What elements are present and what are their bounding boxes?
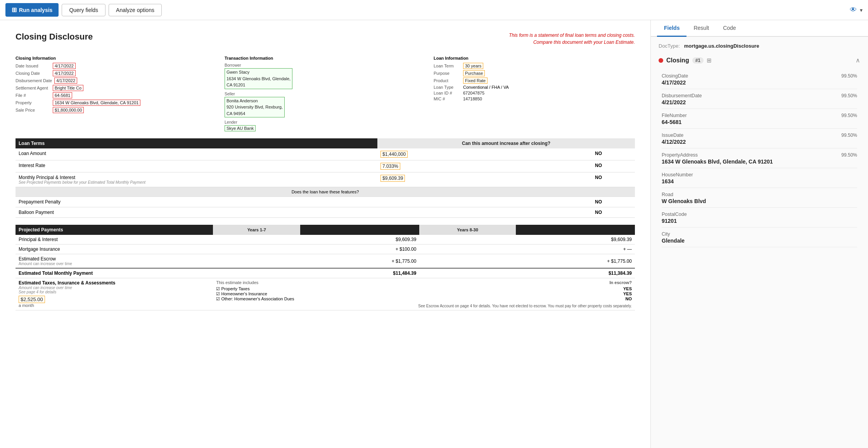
tab-fields[interactable]: Fields: [657, 20, 686, 37]
info-sections: Closing Information Date Issued4/17/2022…: [16, 56, 635, 131]
field-value: 91201: [659, 218, 860, 227]
field-name: Road: [662, 192, 673, 197]
loan-terms-header: Loan Terms: [16, 138, 377, 148]
document-panel: Closing Disclosure This form is a statem…: [0, 20, 651, 448]
loan-info-row: ProductFixed Rate: [434, 78, 635, 84]
field-group: PostalCode 91201: [659, 209, 860, 227]
field-name: City: [662, 231, 670, 237]
field-group: PropertyAddress 99.50% 1634 W Glenoaks B…: [659, 150, 860, 168]
tab-code[interactable]: Code: [716, 20, 743, 37]
closing-info-row: File #64-5681: [16, 92, 217, 98]
closing-section-title: Closing: [666, 57, 689, 64]
doctype-value: mortgage.us.closingDisclosure: [684, 43, 759, 49]
seller-value: Bonita Anderson920 University Blvd, Rexb…: [225, 97, 285, 118]
proj-payment-row: Mortgage Insurance + $100.00 + —: [16, 245, 635, 254]
tab-result[interactable]: Result: [686, 20, 716, 37]
field-value: W Glenoaks Blvd: [659, 198, 860, 207]
closing-info-row: Sale Price$1,800,000.00: [16, 107, 217, 113]
lender-value: Skye AU Bank: [225, 125, 256, 131]
closing-info-header: Closing Information: [16, 56, 217, 60]
field-value: 4/12/2022: [659, 139, 860, 148]
field-name: HouseNumber: [662, 172, 693, 177]
closing-red-dot: [659, 58, 663, 63]
field-value: 1634: [659, 178, 860, 188]
loan-term-row: Loan Amount $1,440,000 NO: [16, 148, 635, 160]
field-value: 4/17/2022: [659, 79, 860, 89]
closing-info-row: Closing Date4/17/2022: [16, 70, 217, 76]
main-layout: Closing Disclosure This form is a statem…: [0, 20, 868, 448]
doc-subtitle: This form is a statement of final loan t…: [503, 32, 635, 46]
field-name: DisbursementDate: [662, 93, 702, 98]
loan-info-row: MIC #14718850: [434, 96, 635, 101]
proj-total-row: Estimated Total Monthly Payment $11,484.…: [16, 268, 635, 278]
loan-feature-row: Prepayment PenaltyNO: [16, 197, 635, 207]
field-name: ClosingDate: [662, 73, 688, 79]
projected-payments-table: Projected Payments Years 1-7 Years 8-30 …: [16, 225, 635, 310]
closing-info-row: Disbursement Date4/17/2022: [16, 78, 217, 84]
doc-title: Closing Disclosure: [16, 32, 93, 42]
run-analysis-button[interactable]: ⊞ Run analysis: [5, 3, 59, 17]
loan-info-row: PurposePurchase: [434, 70, 635, 76]
loan-feature-row: Balloon PaymentNO: [16, 207, 635, 218]
field-confidence: 99.50%: [841, 152, 857, 158]
loan-info-col: Loan Information Loan Term30 yearsPurpos…: [434, 56, 635, 131]
run-icon: ⊞: [12, 6, 17, 14]
loan-info-header: Loan Information: [434, 56, 635, 60]
closing-info-row: Property1634 W Glenoaks Blvd, Glendale, …: [16, 100, 217, 106]
right-panel: Fields Result Code DocType: mortgage.us.…: [651, 20, 868, 448]
loan-term-row: Monthly Principal & Interest See Project…: [16, 172, 635, 187]
borrower-value: Gwen Stacy1634 W Glenoaks Blvd, Glendale…: [225, 68, 292, 89]
query-fields-button[interactable]: Query fields: [62, 4, 105, 16]
field-group: DisbursementDate 99.50% 4/21/2022: [659, 91, 860, 109]
proj-assessments-row: Estimated Taxes, Insurance & Assessments…: [16, 278, 635, 310]
projected-payments-header: Projected Payments: [16, 225, 213, 235]
closing-badge: #1: [692, 57, 704, 64]
field-value: 1634 W Glenoaks Blvd, Glendale, CA 91201: [659, 159, 860, 168]
field-confidence: 99.50%: [841, 73, 857, 79]
grid-icon[interactable]: ⊞: [707, 57, 712, 64]
doctype-label: DocType:: [659, 43, 680, 49]
field-group: FileNumber 99.50% 64-5681: [659, 110, 860, 129]
loan-terms-table: Loan Terms Can this amount increase afte…: [16, 138, 635, 218]
closing-info-col: Closing Information Date Issued4/17/2022…: [16, 56, 217, 131]
field-group: IssueDate 99.50% 4/12/2022: [659, 130, 860, 148]
col2-header: Years 8-30: [419, 225, 515, 235]
loan-info-row: Loan TypeConventional / FHA / VA: [434, 85, 635, 90]
fields-list: ClosingDate 99.50% 4/17/2022 Disbursemen…: [659, 71, 860, 247]
field-value: 64-5681: [659, 119, 860, 128]
section-collapse-icon[interactable]: ∧: [856, 57, 860, 64]
transaction-info-header: Transaction Information: [225, 56, 426, 60]
features-header: Does the loan have these features?: [16, 187, 635, 197]
closing-section-header: Closing #1 ⊞ ∧: [659, 54, 860, 66]
field-value: Glendale: [659, 238, 860, 247]
doctype-row: DocType: mortgage.us.closingDisclosure: [659, 43, 860, 49]
transaction-info-col: Transaction Information Borrower Gwen St…: [225, 56, 426, 131]
field-name: FileNumber: [662, 113, 687, 118]
col1-header: Years 1-7: [213, 225, 300, 235]
chevron-down-icon[interactable]: ▾: [860, 7, 863, 13]
analyze-options-button[interactable]: Analyze options: [109, 4, 162, 16]
field-value: 4/21/2022: [659, 99, 860, 109]
eye-icon[interactable]: 👁: [850, 6, 857, 14]
field-confidence: 99.50%: [841, 93, 857, 98]
field-group: HouseNumber 1634: [659, 170, 860, 188]
loan-info-row: Loan Term30 years: [434, 63, 635, 69]
closing-info-row: Date Issued4/17/2022: [16, 63, 217, 69]
toolbar-right: 👁 ▾: [850, 6, 863, 14]
field-group: Road W Glenoaks Blvd: [659, 190, 860, 208]
can-increase-header: Can this amount increase after closing?: [377, 138, 635, 148]
field-name: PostalCode: [662, 212, 687, 217]
loan-info-row: Loan ID #672047875: [434, 91, 635, 95]
proj-payment-row: Principal & Interest $9,609.39 $9,609.39: [16, 235, 635, 245]
field-group: City Glendale: [659, 229, 860, 247]
right-content: DocType: mortgage.us.closingDisclosure C…: [651, 37, 868, 448]
closing-info-row: Settlement AgentBright Title Co: [16, 85, 217, 91]
proj-payment-row: Estimated EscrowAmount can increase over…: [16, 254, 635, 269]
right-tabs: Fields Result Code: [651, 20, 868, 37]
field-confidence: 99.50%: [841, 133, 857, 138]
field-name: PropertyAddress: [662, 152, 698, 158]
loan-term-row: Interest Rate 7.033% NO: [16, 160, 635, 172]
toolbar: ⊞ Run analysis Query fields Analyze opti…: [0, 0, 868, 20]
field-confidence: 99.50%: [841, 113, 857, 118]
field-group: ClosingDate 99.50% 4/17/2022: [659, 71, 860, 89]
